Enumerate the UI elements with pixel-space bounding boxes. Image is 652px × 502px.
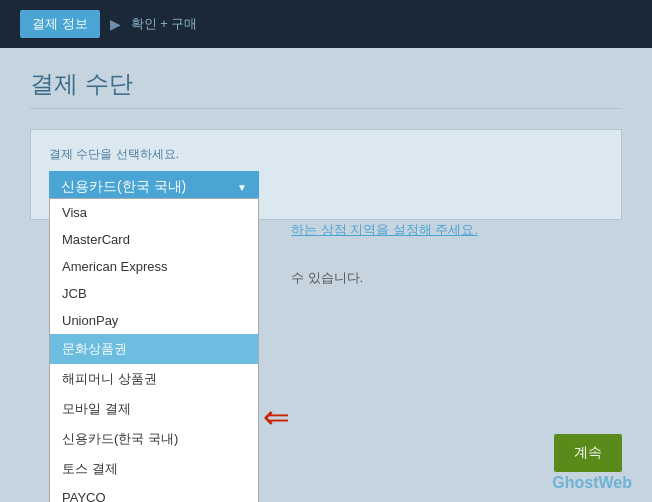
dropdown-item-mobile[interactable]: 모바일 결제 xyxy=(50,394,258,424)
breadcrumb-inactive: 확인 + 구매 xyxy=(131,15,198,33)
watermark: GhostWeb xyxy=(552,474,632,492)
region-link[interactable]: 하는 상점 지역을 설정해 주세요. xyxy=(291,222,478,237)
dropdown-item-payco[interactable]: PAYCO xyxy=(50,484,258,502)
top-nav: 결제 정보 ▶ 확인 + 구매 xyxy=(0,0,652,48)
breadcrumb-separator: ▶ xyxy=(110,16,121,32)
dropdown-item-credit-domestic[interactable]: 신용카드(한국 국내) xyxy=(50,424,258,454)
dropdown-item-unionpay[interactable]: UnionPay xyxy=(50,307,258,334)
dropdown-item-visa[interactable]: Visa xyxy=(50,199,258,226)
page-title: 결제 수단 xyxy=(30,68,622,109)
dropdown-item-culture[interactable]: 문화상품권 xyxy=(50,334,258,364)
dropdown-item-jcb[interactable]: JCB xyxy=(50,280,258,307)
info-text: 수 있습니다. xyxy=(291,269,601,287)
right-info: 하는 상점 지역을 설정해 주세요. 수 있습니다. xyxy=(291,220,601,287)
breadcrumb-active[interactable]: 결제 정보 xyxy=(20,10,100,38)
dropdown-item-happymoney[interactable]: 해피머니 상품권 xyxy=(50,364,258,394)
chevron-down-icon: ▼ xyxy=(237,182,247,193)
select-label: 결제 수단을 선택하세요. xyxy=(49,146,603,163)
dropdown-item-toss[interactable]: 토스 결제 xyxy=(50,454,258,484)
dropdown-list: Visa MasterCard American Express JCB Uni… xyxy=(49,198,259,502)
arrow-indicator: ⇐ xyxy=(263,398,290,436)
payment-section: 결제 수단을 선택하세요. 신용카드(한국 국내) ▼ Visa MasterC… xyxy=(30,129,622,220)
main-content: 결제 수단 결제 수단을 선택하세요. 신용카드(한국 국내) ▼ Visa M… xyxy=(0,48,652,502)
dropdown-item-mastercard[interactable]: MasterCard xyxy=(50,226,258,253)
dropdown-selected-value: 신용카드(한국 국내) xyxy=(61,178,186,196)
continue-button[interactable]: 계속 xyxy=(554,434,622,472)
dropdown-item-amex[interactable]: American Express xyxy=(50,253,258,280)
